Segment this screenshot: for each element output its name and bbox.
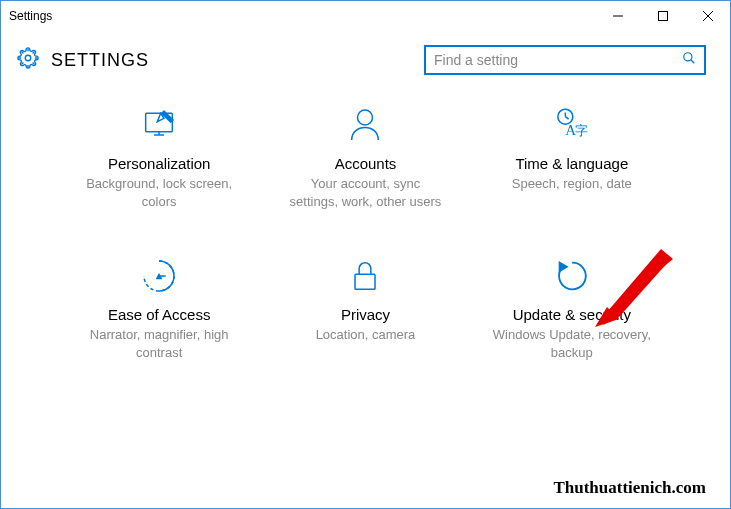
search-icon [682, 51, 696, 69]
tile-title: Accounts [335, 155, 397, 172]
tile-title: Personalization [108, 155, 211, 172]
update-security-icon [552, 252, 592, 300]
tile-title: Update & security [513, 306, 631, 323]
ease-of-access-icon [139, 252, 179, 300]
tile-personalization[interactable]: Personalization Background, lock screen,… [61, 95, 257, 216]
window-controls [595, 1, 730, 31]
svg-point-4 [25, 55, 31, 61]
page-title: SETTINGS [51, 50, 149, 71]
tile-desc: Background, lock screen, colors [79, 175, 239, 210]
tile-desc: Windows Update, recovery, backup [492, 326, 652, 361]
header: SETTINGS [1, 31, 730, 85]
tile-desc: Your account, sync settings, work, other… [285, 175, 445, 210]
close-icon [703, 11, 713, 21]
minimize-button[interactable] [595, 1, 640, 31]
settings-grid: Personalization Background, lock screen,… [1, 85, 730, 387]
svg-rect-1 [658, 12, 667, 21]
svg-rect-18 [355, 274, 375, 289]
tile-title: Time & language [515, 155, 628, 172]
personalization-icon [139, 101, 179, 149]
header-left: SETTINGS [17, 47, 149, 73]
search-input[interactable] [434, 52, 682, 68]
tile-desc: Narrator, magnifier, high contrast [79, 326, 239, 361]
tile-update-security[interactable]: Update & security Windows Update, recove… [474, 246, 670, 367]
svg-point-5 [684, 53, 692, 61]
window-titlebar: Settings [1, 1, 730, 31]
tile-desc: Speech, region, date [512, 175, 632, 193]
tile-title: Ease of Access [108, 306, 211, 323]
gear-icon [17, 47, 39, 73]
search-box[interactable] [424, 45, 706, 75]
privacy-icon [345, 252, 385, 300]
svg-line-6 [691, 60, 695, 64]
time-language-icon: A 字 [552, 101, 592, 149]
svg-text:字: 字 [575, 123, 588, 138]
accounts-icon [345, 101, 385, 149]
tile-time-language[interactable]: A 字 Time & language Speech, region, date [474, 95, 670, 216]
svg-point-10 [358, 110, 373, 125]
tile-title: Privacy [341, 306, 390, 323]
minimize-icon [613, 11, 623, 21]
close-button[interactable] [685, 1, 730, 31]
maximize-button[interactable] [640, 1, 685, 31]
tile-privacy[interactable]: Privacy Location, camera [267, 246, 463, 367]
window-title: Settings [9, 9, 52, 23]
svg-line-13 [565, 117, 568, 120]
tile-accounts[interactable]: Accounts Your account, sync settings, wo… [267, 95, 463, 216]
maximize-icon [658, 11, 668, 21]
svg-marker-19 [558, 261, 568, 273]
watermark: Thuthuattienich.com [553, 478, 706, 498]
tile-ease-of-access[interactable]: Ease of Access Narrator, magnifier, high… [61, 246, 257, 367]
tile-desc: Location, camera [316, 326, 416, 344]
